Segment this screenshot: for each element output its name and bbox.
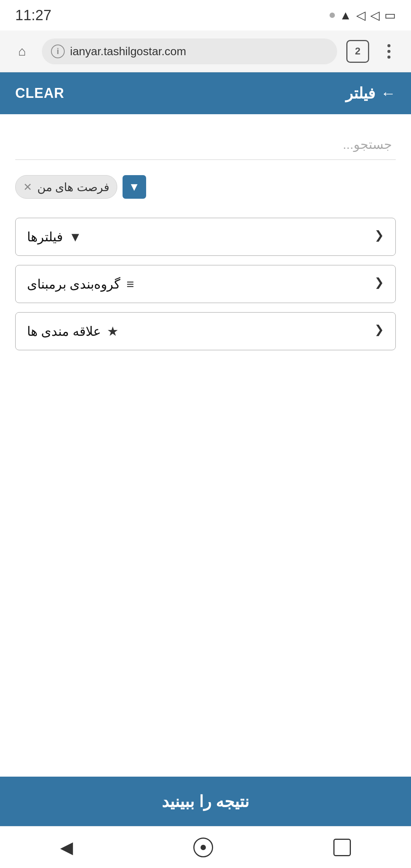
filter-label: فیلتر bbox=[346, 85, 375, 102]
menu-dot-3 bbox=[387, 56, 390, 59]
chevron-right-icon-3: ❯ bbox=[374, 325, 384, 338]
status-icons: ▲ ◁ ◁ ▭ bbox=[330, 8, 396, 22]
section-right-filters: ▼ فیلترها bbox=[27, 229, 82, 244]
wifi-icon: ▲ bbox=[339, 8, 352, 22]
clear-button[interactable]: CLEAR bbox=[15, 85, 64, 101]
show-results-label: نتیجه را ببینید bbox=[162, 792, 249, 811]
search-container bbox=[15, 129, 396, 160]
filter-icon: ▼ bbox=[69, 230, 82, 244]
section-right-favorites: ★ علاقه مندی ها bbox=[27, 324, 118, 339]
back-arrow-icon[interactable]: ← bbox=[381, 85, 396, 102]
filter-funnel-button[interactable]: ▼ bbox=[123, 175, 146, 199]
filter-title: ← فیلتر bbox=[346, 85, 396, 102]
active-tag-chip: فرصت های من ✕ bbox=[15, 175, 117, 199]
chevron-right-icon: ❯ bbox=[374, 230, 384, 244]
battery-icon: ▭ bbox=[384, 8, 396, 22]
browser-tab-button[interactable]: 2 bbox=[346, 40, 369, 63]
section-list: ❯ ▼ فیلترها ❯ ≡ گروه‌بندی برمبنای ❯ ★ عل… bbox=[15, 218, 396, 350]
groupby-section[interactable]: ❯ ≡ گروه‌بندی برمبنای bbox=[15, 265, 396, 303]
favorites-label: علاقه مندی ها bbox=[27, 324, 101, 339]
status-bar: 11:27 ▲ ◁ ◁ ▭ bbox=[0, 0, 411, 30]
nav-recents-button[interactable] bbox=[333, 839, 351, 856]
filters-section[interactable]: ❯ ▼ فیلترها bbox=[15, 218, 396, 256]
tag-label: فرصت های من bbox=[37, 180, 109, 194]
list-icon: ≡ bbox=[126, 277, 134, 292]
signal-icon: ◁ bbox=[356, 8, 366, 22]
main-content: ▼ فرصت های من ✕ ❯ ▼ فیلترها ❯ ≡ گروه‌بند… bbox=[0, 114, 411, 777]
browser-menu-button[interactable] bbox=[378, 41, 400, 62]
section-right-groupby: ≡ گروه‌بندی برمبنای bbox=[27, 276, 134, 292]
android-nav-bar: ◀ bbox=[0, 826, 411, 868]
status-dot-icon bbox=[330, 13, 335, 18]
signal-icon-2: ◁ bbox=[370, 8, 380, 22]
menu-dot-1 bbox=[387, 44, 390, 47]
filters-label: فیلترها bbox=[27, 229, 63, 244]
status-time: 11:27 bbox=[15, 7, 51, 24]
show-results-button[interactable]: نتیجه را ببینید bbox=[0, 777, 411, 826]
browser-home-button[interactable]: ⌂ bbox=[11, 41, 33, 62]
chevron-right-icon-2: ❯ bbox=[374, 278, 384, 291]
menu-dot-2 bbox=[387, 50, 390, 53]
search-input[interactable] bbox=[15, 129, 396, 160]
header-bar: CLEAR ← فیلتر bbox=[0, 72, 411, 114]
nav-home-inner bbox=[201, 845, 206, 850]
browser-url-text: ianyar.tashilgostar.com bbox=[70, 45, 328, 58]
star-icon: ★ bbox=[107, 324, 118, 339]
browser-info-icon: i bbox=[51, 45, 65, 58]
nav-home-button[interactable] bbox=[193, 838, 213, 857]
favorites-section[interactable]: ❯ ★ علاقه مندی ها bbox=[15, 312, 396, 350]
nav-back-button[interactable]: ◀ bbox=[60, 838, 73, 857]
tag-close-icon[interactable]: ✕ bbox=[23, 181, 32, 193]
groupby-label: گروه‌بندی برمبنای bbox=[27, 276, 120, 292]
browser-url-bar[interactable]: i ianyar.tashilgostar.com bbox=[42, 38, 337, 64]
browser-chrome: ⌂ i ianyar.tashilgostar.com 2 bbox=[0, 30, 411, 72]
tags-row: ▼ فرصت های من ✕ bbox=[15, 175, 396, 199]
